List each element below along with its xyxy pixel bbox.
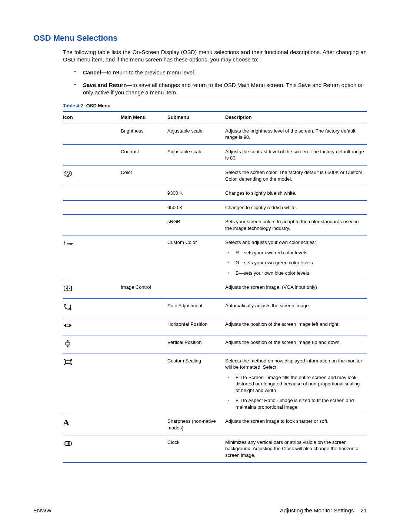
- cell-icon: [63, 165, 121, 186]
- cell-main: Brightness: [121, 124, 167, 144]
- cell-icon: [63, 435, 121, 463]
- footer-left: ENWW: [33, 507, 51, 513]
- table-caption: Table 4-2 OSD Menu: [63, 103, 367, 108]
- svg-marker-9: [64, 304, 66, 306]
- desc-text: Selects the method on how displayed info…: [225, 358, 362, 370]
- col-header-desc: Description: [225, 111, 367, 124]
- cell-desc: Adjusts the brightness level of the scre…: [225, 124, 367, 144]
- cell-main: [121, 235, 167, 280]
- cell-sub: 6500 K: [167, 200, 225, 215]
- table-row: Clock Minimizes any vertical bars or str…: [63, 435, 367, 463]
- cell-desc: Selects the method on how displayed info…: [225, 354, 367, 414]
- cell-sub: [167, 280, 225, 299]
- page-footer: ENWW Adjusting the Monitor Settings 21: [33, 507, 367, 513]
- cell-icon: [63, 200, 121, 215]
- cell-main: [121, 200, 167, 215]
- cell-desc: Adjusts the screen image. (VGA input onl…: [225, 280, 367, 299]
- horizontal-position-icon: [63, 321, 73, 331]
- inner-list: R—sets your own red color levels G—sets …: [225, 250, 364, 277]
- svg-point-1: [66, 173, 67, 174]
- table-row: 9300 K Changes to slightly blueish white…: [63, 186, 367, 201]
- cell-icon: [63, 317, 121, 335]
- svg-rect-11: [66, 324, 70, 327]
- caption-title: OSD Menu: [86, 103, 111, 108]
- option-lead: Save and Return—: [83, 82, 132, 88]
- svg-marker-8: [69, 288, 70, 290]
- col-header-sub: Submenu: [167, 111, 225, 124]
- custom-scaling-icon: [63, 358, 73, 368]
- cell-icon: [63, 144, 121, 165]
- cell-main: Color: [121, 165, 167, 186]
- svg-marker-15: [66, 340, 69, 342]
- osd-menu-table: Icon Main Menu Submenu Description Brigh…: [63, 111, 367, 463]
- cell-desc: Minimizes any vertical bars or strips vi…: [225, 435, 367, 463]
- table-row: Contrast Adjustable scale Adjusts the co…: [63, 144, 367, 165]
- cell-icon: [63, 299, 121, 317]
- svg-point-3: [69, 173, 70, 174]
- option-cancel: Cancel—to return to the previous menu le…: [74, 69, 367, 76]
- vertical-position-icon: [63, 339, 73, 349]
- table-row: Image Control Adjusts the screen image. …: [63, 280, 367, 299]
- svg-marker-12: [64, 324, 66, 327]
- svg-text:RGB: RGB: [67, 242, 73, 246]
- svg-rect-14: [66, 342, 70, 345]
- cell-sub: Clock: [167, 435, 225, 463]
- image-control-icon: [63, 284, 73, 294]
- svg-marker-16: [66, 346, 69, 348]
- svg-rect-18: [64, 441, 72, 445]
- inner-list: Fill to Screen - image fills the entire …: [225, 374, 364, 411]
- cell-desc: Selects the screen color. The factory de…: [225, 165, 367, 186]
- options-list: Cancel—to return to the previous menu le…: [74, 69, 367, 97]
- list-item: Fill to Aspect Ratio - image is sized to…: [225, 397, 364, 410]
- cell-sub: Auto Adjustment: [167, 299, 225, 317]
- cell-sub: Vertical Position: [167, 335, 225, 354]
- cell-sub: Custom Color: [167, 235, 225, 280]
- cell-desc: Sets your screen colors to adapt to the …: [225, 215, 367, 235]
- table-row: 6500 K Changes to slightly reddish white…: [63, 200, 367, 215]
- cell-desc: Changes to slightly reddish white.: [225, 200, 367, 215]
- table-row: Brightness Adjustable scale Adjusts the …: [63, 124, 367, 144]
- cell-sub: Adjustable scale: [167, 144, 225, 165]
- table-row: Auto Adjustment Automatically adjusts th…: [63, 299, 367, 317]
- desc-text: Selects and adjusts your own color scale…: [225, 240, 316, 245]
- cell-sub: sRGB: [167, 215, 225, 235]
- cell-desc: Changes to slightly blueish white.: [225, 186, 367, 201]
- cell-main: Contrast: [121, 144, 167, 165]
- cell-sub: [167, 165, 225, 186]
- cell-icon: [63, 280, 121, 299]
- section-heading: OSD Menu Selections: [33, 33, 367, 43]
- table-row: Custom Scaling Selects the method on how…: [63, 354, 367, 414]
- cell-desc: Selects and adjusts your own color scale…: [225, 235, 367, 280]
- cell-main: [121, 435, 167, 463]
- cell-desc: Adjusts the contrast level of the screen…: [225, 144, 367, 165]
- cell-sub: 9300 K: [167, 186, 225, 201]
- cell-main: [121, 317, 167, 335]
- cell-icon: [63, 124, 121, 144]
- cell-icon: [63, 335, 121, 354]
- cell-icon: [63, 186, 121, 201]
- rgb-icon: RGB: [63, 239, 73, 250]
- cell-main: [121, 299, 167, 317]
- clock-icon: [63, 439, 73, 449]
- color-palette-icon: [63, 169, 73, 180]
- cell-sub: Adjustable scale: [167, 124, 225, 144]
- intro-paragraph: The following table lists the On-Screen …: [63, 48, 367, 64]
- caption-lead: Table 4-2: [63, 103, 83, 108]
- cell-icon: [63, 354, 121, 414]
- cell-desc: Adjusts the position of the screen image…: [225, 317, 367, 335]
- svg-marker-7: [66, 288, 67, 290]
- cell-main: [121, 215, 167, 235]
- list-item: G—sets your own green color levels: [225, 260, 364, 266]
- auto-adjust-icon: [63, 302, 73, 313]
- table-row: A Sharpness (non-native modes) Adjusts t…: [63, 414, 367, 435]
- table-row: RGB Custom Color Selects and adjusts you…: [63, 235, 367, 280]
- cell-main: [121, 335, 167, 354]
- option-text: to return to the previous menu level.: [107, 69, 195, 76]
- cell-sub: Custom Scaling: [167, 354, 225, 414]
- cell-main: [121, 414, 167, 435]
- cell-main: [121, 186, 167, 201]
- cell-desc: Adjusts the position of the screen image…: [225, 335, 367, 354]
- col-header-icon: Icon: [63, 111, 121, 124]
- svg-point-2: [67, 171, 68, 173]
- list-item: Fill to Screen - image fills the entire …: [225, 374, 364, 394]
